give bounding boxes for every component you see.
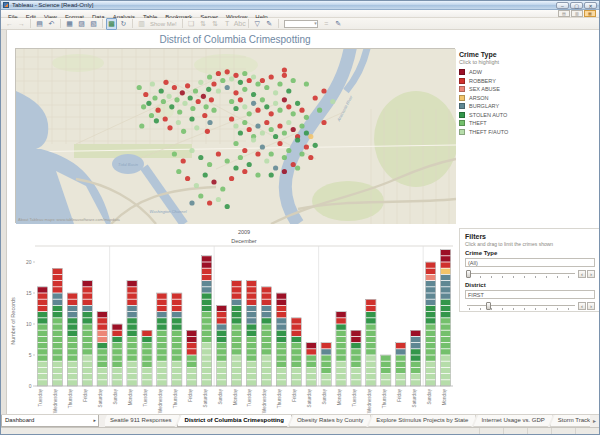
crime-dot[interactable]: [242, 71, 247, 76]
bar-15-tuesday[interactable]: [246, 281, 256, 386]
mark-labels-icon[interactable]: T: [222, 19, 233, 29]
crime-dot[interactable]: [313, 143, 318, 148]
sheet-tab-explore-stimulus-projects-by-state[interactable]: Explore Stimulus Projects by State: [368, 415, 476, 427]
print-icon[interactable]: ▨: [76, 19, 87, 29]
bar-21-monday[interactable]: [336, 312, 346, 386]
legend-item-arson[interactable]: ARSON: [459, 94, 600, 103]
presentation-mode-button[interactable]: ▦: [584, 10, 596, 17]
crime-dot[interactable]: [242, 148, 247, 153]
crime-dot[interactable]: [207, 162, 212, 167]
crime-dot[interactable]: [255, 151, 260, 156]
bar-19-saturday[interactable]: [306, 343, 316, 386]
crime-dot[interactable]: [286, 104, 291, 109]
crime-dot[interactable]: [211, 108, 216, 113]
crime-dot[interactable]: [291, 162, 296, 167]
crime-dot[interactable]: [269, 127, 274, 132]
highlight-icon[interactable]: ✎: [264, 19, 275, 29]
crime-dot[interactable]: [229, 76, 234, 81]
crime-type-slider-track[interactable]: [465, 269, 577, 279]
dc-map[interactable]: Tidal Basin Washington Channel Anacostia…: [16, 49, 456, 224]
crime-dot[interactable]: [216, 88, 221, 93]
district-slider-track[interactable]: [465, 301, 577, 311]
crime-dot[interactable]: [177, 109, 182, 114]
crime-dot[interactable]: [154, 118, 159, 123]
crime-dot[interactable]: [150, 81, 155, 86]
sheet-tab-seattle-911-responses[interactable]: Seattle 911 Responses: [105, 415, 180, 427]
crime-dot[interactable]: [143, 92, 148, 97]
district-slider-left-button[interactable]: ‹: [578, 302, 586, 310]
crime-dot[interactable]: [242, 104, 247, 109]
bar-24-thursday[interactable]: [381, 355, 391, 386]
crime-dot[interactable]: [233, 90, 238, 95]
bar-3-thursday[interactable]: [67, 293, 77, 386]
crime-dot[interactable]: [194, 125, 199, 130]
crime-bar-chart[interactable]: 2009 December Number of Records 05101520…: [7, 226, 455, 414]
bar-6-sunday[interactable]: [112, 324, 122, 386]
crime-dot[interactable]: [313, 95, 318, 100]
crime-dot[interactable]: [269, 74, 274, 79]
crime-dot[interactable]: [238, 130, 243, 135]
crime-dot[interactable]: [260, 78, 265, 83]
dashboard-tab[interactable]: Dashboard: [1, 415, 99, 427]
crime-type-slider-right-button[interactable]: ›: [587, 270, 595, 278]
crime-dot[interactable]: [273, 134, 278, 139]
crime-dot[interactable]: [220, 186, 225, 191]
crime-dot[interactable]: [242, 120, 247, 125]
auto-update-icon[interactable]: ▩: [106, 18, 117, 30]
crime-dot[interactable]: [201, 94, 206, 99]
equals-icon[interactable]: =: [321, 19, 332, 29]
save-icon[interactable]: ▤: [34, 19, 45, 29]
crime-dot[interactable]: [185, 176, 190, 181]
crime-dot[interactable]: [251, 137, 256, 142]
back-icon[interactable]: ←: [4, 19, 15, 29]
crime-dot[interactable]: [277, 81, 282, 86]
crime-dot[interactable]: [225, 69, 230, 74]
crime-dot[interactable]: [206, 87, 211, 92]
crime-dot[interactable]: [185, 83, 190, 88]
crime-dot[interactable]: [209, 97, 214, 102]
crime-dot[interactable]: [174, 97, 179, 102]
bar-16-wednesday[interactable]: [261, 287, 271, 386]
bar-4-friday[interactable]: [82, 281, 92, 386]
crime-dot[interactable]: [169, 104, 174, 109]
crime-type-slider-left-button[interactable]: ‹: [578, 270, 586, 278]
crime-dot[interactable]: [181, 129, 186, 134]
close-button[interactable]: ✕: [584, 2, 597, 9]
crime-dot[interactable]: [198, 155, 203, 160]
legend-item-adw[interactable]: ADW: [459, 68, 600, 77]
crime-dot[interactable]: [161, 99, 166, 104]
bar-28-monday[interactable]: [440, 250, 450, 386]
crime-dot[interactable]: [220, 78, 225, 83]
bar-2-wednesday[interactable]: [52, 268, 62, 386]
crime-dot[interactable]: [247, 127, 252, 132]
crime-dot[interactable]: [255, 108, 260, 113]
sheet-tab-district-of-columbia-crimespotting[interactable]: District of Columbia Crimespotting: [177, 415, 292, 427]
crime-dot[interactable]: [194, 183, 199, 188]
crime-dot[interactable]: [255, 172, 260, 177]
crime-dot[interactable]: [233, 123, 238, 128]
crime-dot[interactable]: [229, 99, 234, 104]
crime-dot[interactable]: [304, 81, 309, 86]
crime-dot[interactable]: [216, 151, 221, 156]
crime-dot[interactable]: [137, 85, 142, 90]
run-update-icon[interactable]: ↻: [118, 19, 129, 29]
crime-dot[interactable]: [251, 74, 256, 79]
new-datasource-icon[interactable]: ▦: [64, 19, 75, 29]
crime-dot[interactable]: [291, 78, 296, 83]
crime-dot[interactable]: [207, 200, 212, 205]
crime-dot[interactable]: [189, 116, 194, 121]
crime-dot[interactable]: [282, 67, 287, 72]
crime-dot[interactable]: [188, 95, 193, 100]
district-slider-thumb[interactable]: [486, 302, 491, 310]
fit-combo-box[interactable]: [284, 20, 318, 28]
crime-dot[interactable]: [321, 88, 326, 93]
crime-dot[interactable]: [167, 125, 172, 130]
legend-item-sex-abuse[interactable]: SEX ABUSE: [459, 85, 600, 94]
crime-dot[interactable]: [255, 81, 260, 86]
crime-dot[interactable]: [299, 151, 304, 156]
bar-7-monday[interactable]: [127, 281, 137, 386]
crime-dot[interactable]: [146, 101, 151, 106]
crime-dot[interactable]: [308, 155, 313, 160]
crime-dot[interactable]: [295, 101, 300, 106]
crime-dot[interactable]: [277, 108, 282, 113]
